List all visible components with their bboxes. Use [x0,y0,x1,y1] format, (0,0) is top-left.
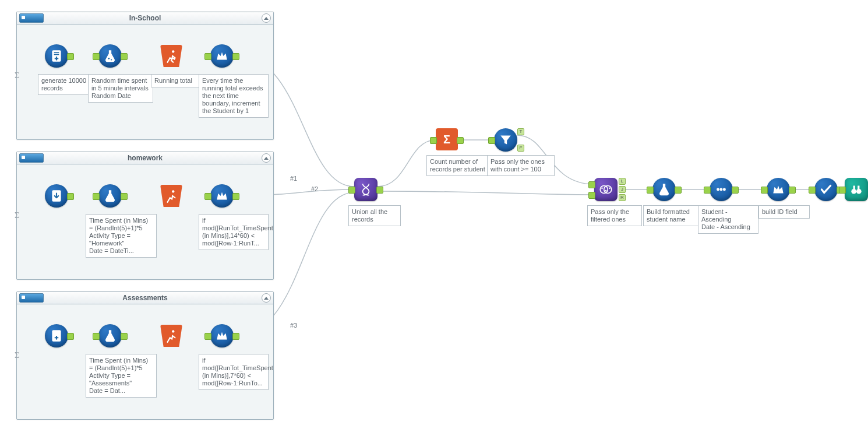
running-total-tool[interactable] [160,325,182,347]
sort-tool[interactable] [767,178,790,201]
sigma-icon: Σ [15,351,19,360]
formula-tool[interactable] [98,184,122,208]
tool-label: Pass only the filtered ones [587,205,642,226]
document-down-icon [49,188,64,203]
filter-outputs: TF [517,128,524,152]
svg-point-19 [856,189,862,194]
text-input-tool[interactable] [45,184,68,208]
flask-icon [103,188,118,203]
container-title-in-school[interactable]: In-School [17,12,273,24]
svg-point-14 [605,190,607,192]
multi-row-formula-tool[interactable] [210,324,234,347]
svg-point-12 [601,188,603,189]
tool-label: if mod([RunTot_TimeSpent (in Mins)],7*60… [199,354,269,390]
summarize-tool[interactable]: Σ [436,128,458,150]
select-tool[interactable] [710,178,733,201]
tool-label: Union all the records [348,205,401,226]
edge-label-3: #3 [290,322,297,329]
binoculars-icon [849,182,864,197]
container-assessments[interactable]: Assessments Σ Time Spent (in Mins) = (Ra… [16,292,274,420]
flask-icon [103,328,118,343]
svg-point-15 [717,188,719,191]
sigma-icon: Σ [443,133,450,146]
dna-icon [358,182,373,197]
tool-label: Student - Ascending Date - Ascending [698,205,758,234]
document-plus-icon [49,328,64,343]
collapse-button[interactable] [262,153,271,163]
formula-tool[interactable] [98,44,122,68]
svg-point-4 [111,59,112,60]
filter-tool[interactable]: TF [494,128,517,152]
flask-icon [103,48,118,64]
runner-icon [164,328,179,343]
container-title-text: In-School [129,14,161,22]
formula-tool[interactable] [98,324,122,347]
join-outputs: LJR [619,178,626,201]
text-input-tool[interactable] [45,44,68,68]
svg-point-7 [172,190,174,192]
check-icon [818,182,834,197]
tool-label: build ID field [758,205,810,219]
sigma-icon: Σ [15,71,19,80]
container-in-school[interactable]: In-School Σ generate 10000 records Rando… [16,12,274,140]
tool-label: Build formatted student name [643,205,701,226]
edge-label-2: #2 [311,185,318,192]
tool-label: Random time spent in 5 minute intervals … [88,74,153,103]
crown-flask-icon [214,328,230,343]
runner-icon [164,48,179,64]
svg-rect-2 [54,54,59,55]
crown-flask-icon [771,182,786,197]
collapse-button[interactable] [262,13,271,23]
tool-label: generate 10000 records [38,74,96,95]
text-input-tool[interactable] [45,324,68,347]
tool-label: Time Spent (in Mins) = (RandInt(5)+1)*5 … [86,214,157,258]
document-plus-icon [49,48,64,64]
formula-tool[interactable] [652,178,676,201]
running-total-tool[interactable] [160,45,182,67]
tool-label: if mod([RunTot_TimeSpent (in Mins)],14*6… [199,214,269,250]
browse-tool[interactable] [845,178,868,201]
svg-rect-21 [858,186,859,190]
svg-point-18 [851,189,856,194]
collapse-button[interactable] [262,293,271,303]
join-icon [598,182,613,197]
flask-icon [657,182,672,197]
svg-rect-1 [54,52,59,54]
svg-point-17 [723,188,726,191]
running-total-tool[interactable] [160,185,182,207]
container-handle-icon [19,293,44,303]
container-title-homework[interactable]: homework [17,152,273,164]
runner-icon [164,188,179,203]
crown-flask-icon [214,188,230,203]
multi-row-formula-tool[interactable] [210,44,234,68]
dots-icon [714,182,729,197]
svg-point-5 [172,50,174,52]
funnel-icon [498,132,513,147]
container-handle-icon [19,13,44,23]
unique-tool[interactable] [814,178,838,201]
tool-label: Time Spent (in Mins) = (RandInt(5)+1)*5 … [86,354,157,398]
join-tool[interactable]: LJR [594,178,618,201]
crown-flask-icon [214,48,230,64]
svg-point-3 [108,58,110,59]
tool-label: Pass only the ones with count >= 100 [487,155,555,176]
svg-rect-20 [853,186,855,190]
sigma-icon: Σ [15,211,19,220]
multi-row-formula-tool[interactable] [210,184,234,208]
svg-point-16 [720,188,723,191]
svg-point-13 [609,188,611,189]
union-tool[interactable] [354,178,377,201]
container-title-text: Assessments [122,294,167,302]
container-homework[interactable]: homework Σ Time Spent (in Mins) = (RandI… [16,152,274,280]
tool-label: Running total [151,74,203,87]
container-title-text: homework [128,154,163,162]
svg-point-9 [172,330,174,332]
container-title-assessments[interactable]: Assessments [17,292,273,304]
container-handle-icon [19,153,44,163]
edge-label-1: #1 [290,175,297,182]
tool-label: Every time the running total exceeds the… [199,74,269,118]
tool-label: Count number of records per student [426,155,491,176]
